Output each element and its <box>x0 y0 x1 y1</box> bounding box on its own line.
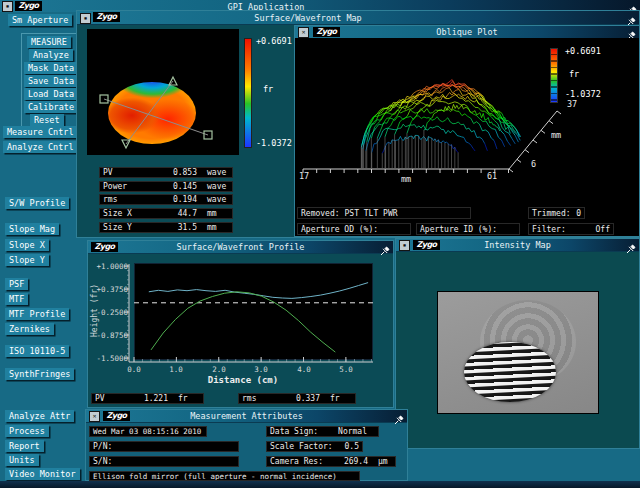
serial-number-field[interactable]: S/N: <box>89 456 239 467</box>
attributes-title-bar[interactable]: ✕ Zygo Measurement Attributes <box>86 410 407 423</box>
intensity-window-title: Intensity Map <box>436 240 599 250</box>
intensity-image <box>437 291 599 414</box>
sidebar-item-load-data[interactable]: Load Data <box>24 88 78 100</box>
profile-xtick-0: 0.0 <box>127 365 141 374</box>
trimmed-label: Trimmed: <box>532 209 571 218</box>
sidebar-item-calibrate[interactable]: Calibrate <box>24 101 78 113</box>
map-colorbar-max: +0.6691 <box>256 36 292 46</box>
camera-res-label: Camera Res: <box>270 457 323 466</box>
sidebar-item-sm-aperture[interactable]: Sm Aperture <box>8 14 72 26</box>
scale-factor-box[interactable]: Scale Factor: 0.5 <box>266 441 363 452</box>
map-window-title: Surface/Wavefront Map <box>177 13 439 23</box>
pushpin-icon[interactable] <box>626 26 636 36</box>
intensity-title-bar[interactable]: ▪ Zygo Intensity Map <box>396 239 639 252</box>
fringe-pattern-ellipse <box>464 342 556 402</box>
sidebar-item-mtf-profile[interactable]: MTF Profile <box>5 308 69 320</box>
sidebar-item-slope-mag[interactable]: Slope Mag <box>5 223 59 235</box>
serial-number-label: S/N: <box>93 457 112 466</box>
profile-xtick-1: 1.0 <box>169 365 183 374</box>
trimmed-box: Trimmed: 0 <box>528 207 585 219</box>
profile-xtick-3: 3.0 <box>254 365 268 374</box>
sidebar-item-analyze-cntrl[interactable]: Analyze Cntrl <box>3 141 78 153</box>
pushpin-icon[interactable] <box>626 12 636 22</box>
sidebar-item-measure-cntrl[interactable]: Measure Cntrl <box>3 126 78 138</box>
pushpin-icon[interactable] <box>626 239 636 249</box>
profile-ytick-4: -1.5000 <box>90 354 128 363</box>
data-sign-label: Data Sign: <box>270 427 318 436</box>
profile-ytick-0: +1.0000 <box>90 262 128 271</box>
zygo-logo: Zygo <box>93 12 120 22</box>
oblique-window: ✕ Zygo Oblique Plot 17 mm 61 6 mm 37 +0.… <box>294 25 640 237</box>
map-colorbar-unit: fr <box>263 84 273 94</box>
camera-res-value: 269.4 <box>344 457 368 466</box>
sidebar-item-iso[interactable]: ISO 10110-5 <box>5 345 69 357</box>
stat-value: 0.853 <box>173 168 197 177</box>
sidebar-item-analyze-attr[interactable]: Analyze Attr <box>5 410 74 422</box>
profile-xtick-5: 5.0 <box>339 365 353 374</box>
sidebar-item-slope-y[interactable]: Slope Y <box>5 254 49 266</box>
sidebar-item-mask-data[interactable]: Mask Data <box>24 62 78 74</box>
removed-label: Removed: <box>301 209 340 218</box>
sidebar-item-mtf[interactable]: MTF <box>5 293 28 305</box>
sidebar-item-report[interactable]: Report <box>5 440 44 452</box>
sidebar-item-slope-x[interactable]: Slope X <box>5 239 49 251</box>
pushpin-icon[interactable] <box>394 410 404 420</box>
sidebar-item-measure[interactable]: MEASURE <box>27 36 71 48</box>
map-title-bar[interactable]: ▪ Zygo Surface/Wavefront Map <box>77 11 639 25</box>
part-number-field[interactable]: P/N: <box>89 441 239 452</box>
sidebar-item-analyze[interactable]: Analyze <box>29 49 73 61</box>
stat-unit: fr <box>178 394 200 403</box>
oblique-colorbar-min: -1.0372 <box>565 89 601 99</box>
map-stat-size-x: Size X 44.7 mm <box>99 208 233 219</box>
profile-window: Zygo Surface/Wavefront Profile +1.0000 +… <box>87 240 394 408</box>
sidebar-item-sw-profile[interactable]: S/W Profile <box>5 197 69 209</box>
sidebar: Sm Aperture MEASURE Analyze Mask Data Sa… <box>0 12 76 481</box>
filter-label: Filter: <box>532 225 566 234</box>
sidebar-item-process[interactable]: Process <box>5 425 49 437</box>
sidebar-item-save-data[interactable]: Save Data <box>24 75 78 87</box>
aperture-od-label: Aperture OD (%): <box>301 225 378 234</box>
timestamp: Wed Mar 03 08:15:16 2010 <box>93 427 201 436</box>
close-icon[interactable]: ✕ <box>89 411 100 422</box>
scale-factor-label: Scale Factor: <box>270 442 333 451</box>
stat-unit: fr <box>330 394 352 403</box>
profile-pv-box: PV 1.221 fr <box>91 393 204 404</box>
sidebar-item-zernikes[interactable]: Zernikes <box>5 323 54 335</box>
aperture-id-field[interactable]: Aperture ID (%): <box>416 223 520 235</box>
oblique-depth-min: 6 <box>531 159 536 169</box>
slice-markers[interactable] <box>87 29 239 155</box>
aperture-od-field[interactable]: Aperture OD (%): <box>297 223 411 235</box>
oblique-colorbar-max: +0.6691 <box>565 46 601 56</box>
sidebar-item-psf[interactable]: PSF <box>5 278 28 290</box>
stat-label: PV <box>103 168 113 177</box>
stat-value: 31.5 <box>178 223 197 232</box>
sidebar-item-synthfringes[interactable]: SynthFringes <box>5 368 74 380</box>
profile-xlabel: Distance (cm) <box>188 375 298 385</box>
scale-factor-value: 0.5 <box>345 442 359 451</box>
close-icon[interactable]: ✕ <box>298 27 309 38</box>
stat-value: 0.337 <box>296 394 320 403</box>
timestamp-box: Wed Mar 03 08:15:16 2010 <box>89 426 207 437</box>
oblique-window-title: Oblique Plot <box>355 27 579 37</box>
aperture-id-label: Aperture ID (%): <box>420 225 497 234</box>
filter-field[interactable]: Filter: Off <box>528 223 614 235</box>
data-sign-value: Normal <box>338 427 367 436</box>
filter-value: Off <box>596 225 610 234</box>
removed-terms-box: Removed: PST TLT PWR <box>297 207 471 219</box>
stat-label: rms <box>242 394 256 403</box>
stat-value: 0.145 <box>173 182 197 191</box>
sidebar-item-units[interactable]: Units <box>5 454 39 466</box>
removed-value: PST TLT PWR <box>345 209 398 218</box>
window-menu-icon[interactable]: ▪ <box>399 240 410 251</box>
oblique-plot-body: 17 mm 61 6 mm 37 +0.6691 fr -1.0372 Remo… <box>295 38 639 236</box>
data-sign-box[interactable]: Data Sign: Normal <box>266 426 379 437</box>
stat-label: rms <box>103 195 117 204</box>
sidebar-item-video-monitor[interactable]: Video Monitor <box>5 468 80 480</box>
map-colorbar <box>244 38 252 148</box>
description-field[interactable]: Ellison fold mirror (full aperture - nor… <box>89 471 360 481</box>
oblique-x-min: 17 <box>299 171 309 181</box>
sidebar-item-reset[interactable]: Reset <box>30 114 64 126</box>
window-menu-icon[interactable]: ▪ <box>80 13 91 24</box>
stat-label: Size Y <box>103 223 132 232</box>
stat-value: 1.221 <box>144 394 168 403</box>
